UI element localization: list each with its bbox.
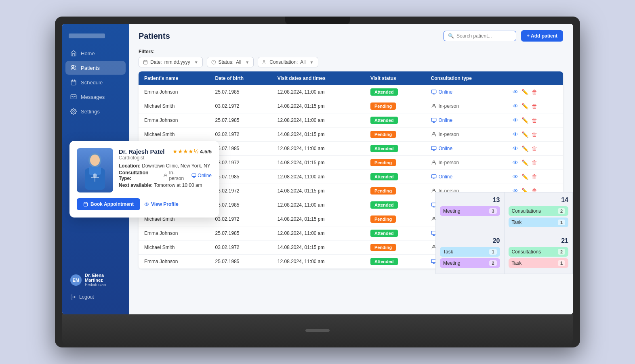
status-badge: Attended [370, 88, 398, 96]
edit-action[interactable]: ✏️ [521, 103, 528, 109]
view-action[interactable]: 👁 [513, 103, 518, 109]
online-icon [191, 173, 196, 178]
cal-event-task-20[interactable]: Task 1 [440, 247, 500, 257]
doctor-specialty: Cardiologist [119, 155, 212, 161]
status-filter-value: All [236, 59, 241, 65]
cal-col-13: 13 Meeting 3 [435, 192, 505, 233]
calendar-icon [143, 60, 148, 65]
consultation-type-row: Consultation Type: In-person Online [119, 170, 212, 181]
settings-icon [70, 108, 77, 115]
sidebar-item-home[interactable]: Home [65, 46, 126, 60]
visit-status: Attended [365, 226, 425, 241]
patient-dob: 03.02.1972 [209, 99, 271, 113]
consultation-filter-value: All [300, 59, 305, 65]
row-actions: 👁 ✏️ 🗑 [507, 142, 563, 156]
view-profile-button[interactable]: View Profile [144, 198, 179, 210]
date-filter[interactable]: Date: mm.dd.yyyy ▼ [139, 57, 203, 67]
patient-dob: 03.02.1972 [209, 128, 271, 142]
patient-dob: 25.07.1985 [209, 226, 271, 241]
type-label: Online [439, 117, 453, 123]
edit-action[interactable]: ✏️ [521, 117, 528, 123]
visit-status: Attended [365, 170, 425, 184]
consultation-type: Online [431, 174, 501, 180]
consultation-type-cell: Online [425, 113, 507, 128]
cal-event-consultations-21[interactable]: Consultations 2 [509, 247, 569, 257]
action-icons: 👁 ✏️ 🗑 [513, 145, 557, 152]
consultation-type-cell: In-person [425, 156, 507, 170]
book-appointment-button[interactable]: Book Appointment [77, 198, 140, 210]
view-action[interactable]: 👁 [513, 159, 518, 166]
delete-action[interactable]: 🗑 [532, 174, 537, 180]
edit-action[interactable]: ✏️ [521, 89, 528, 95]
sidebar-item-schedule[interactable]: Schedule [65, 75, 126, 89]
delete-action[interactable]: 🗑 [532, 103, 537, 109]
cal-event-label: Task [512, 260, 522, 266]
doctor-silhouette-icon [81, 151, 109, 190]
sidebar-item-patients[interactable]: Patients [65, 61, 126, 75]
sidebar-bottom: EM Dr. Elena Martinez Pediatrician Logou… [62, 269, 129, 308]
next-available-value: Tomorrow at 10:00 am [154, 182, 202, 188]
consultation-type: Online [431, 146, 501, 151]
delete-action[interactable]: 🗑 [532, 159, 537, 166]
delete-action[interactable]: 🗑 [532, 131, 537, 138]
delete-action[interactable]: 🗑 [532, 117, 537, 123]
add-patient-button[interactable]: + Add patient [521, 30, 563, 42]
consultation-icon [262, 60, 267, 65]
patient-name: Emma Johnson [139, 113, 209, 128]
edit-action[interactable]: ✏️ [521, 131, 528, 138]
consultation-type: In-person [431, 160, 501, 165]
cal-event-task-21[interactable]: Task 1 [509, 258, 569, 268]
next-available-label: Next available: [119, 182, 153, 188]
consultation-filter[interactable]: Consultation: All ▼ [258, 57, 318, 67]
page-header: Patients 🔍 + Add patient [129, 24, 573, 46]
logo-placeholder [69, 33, 105, 38]
user-name: Dr. Elena Martinez [85, 273, 121, 282]
logout-button[interactable]: Logout [65, 291, 126, 303]
delete-action[interactable]: 🗑 [532, 89, 537, 95]
edit-action[interactable]: ✏️ [521, 159, 528, 166]
cal-event-label: Consultations [512, 249, 541, 255]
doctor-actions: Book Appointment View Profile [77, 198, 212, 210]
consultation-type: In-person [431, 103, 501, 109]
visit-datetime: 12.08.2024, 11:00 am [272, 255, 365, 269]
col-type: Consultation type [425, 71, 507, 85]
patient-dob: 25.07.1985 [209, 113, 271, 128]
cal-event-meeting-20[interactable]: Meeting 2 [440, 258, 500, 268]
status-badge: Pending [370, 215, 396, 223]
edit-action[interactable]: ✏️ [521, 145, 528, 152]
view-action[interactable]: 👁 [513, 131, 518, 138]
visit-status: Pending [365, 128, 425, 142]
view-action[interactable]: 👁 [513, 174, 518, 180]
row-actions: 👁 ✏️ 🗑 [507, 99, 563, 113]
view-profile-label: View Profile [151, 201, 179, 207]
visit-datetime: 12.08.2024, 11:00 am [272, 198, 365, 212]
cal-event-task-14[interactable]: Task 1 [509, 218, 569, 227]
view-action[interactable]: 👁 [513, 145, 518, 152]
inperson-icon [163, 173, 168, 178]
table-row: Michael Smith 03.02.1972 14.08.2024, 01:… [139, 128, 563, 142]
consultation-type-cell: Online [425, 142, 507, 156]
view-action[interactable]: 👁 [513, 89, 518, 95]
sidebar-item-settings[interactable]: Settings [65, 105, 126, 118]
cal-event-consultations-14[interactable]: Consultations 2 [509, 206, 569, 216]
visit-datetime: 12.08.2024, 11:00 am [272, 113, 365, 128]
delete-action[interactable]: 🗑 [532, 145, 537, 152]
search-input[interactable] [456, 33, 512, 39]
date-filter-label: Date: [150, 59, 162, 65]
edit-action[interactable]: ✏️ [521, 174, 528, 180]
logout-icon [70, 294, 76, 300]
inperson-type-icon [431, 160, 437, 165]
status-badge: Attended [370, 145, 398, 152]
svg-point-15 [263, 61, 265, 62]
svg-rect-20 [431, 118, 436, 121]
visit-datetime: 12.08.2024, 11:00 am [272, 226, 365, 241]
search-box[interactable]: 🔍 [444, 31, 516, 41]
cal-event-meeting-13[interactable]: Meeting 3 [440, 206, 500, 216]
calendar-overlay: 13 Meeting 3 14 Consultations 2 Task 1 [435, 192, 573, 274]
view-action[interactable]: 👁 [513, 117, 518, 123]
sidebar-item-messages[interactable]: Messages [65, 90, 126, 104]
cal-col-21: 21 Consultations 2 Task 1 [505, 233, 573, 274]
status-filter[interactable]: Status: All ▼ [207, 57, 254, 67]
svg-rect-54 [84, 203, 88, 206]
svg-rect-8 [144, 61, 147, 64]
